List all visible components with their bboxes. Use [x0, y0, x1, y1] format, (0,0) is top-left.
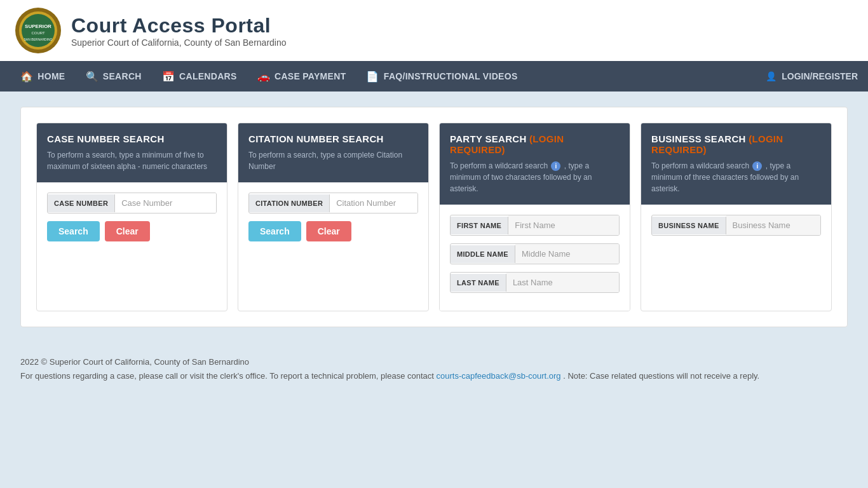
citation-search-button[interactable]: Search [248, 221, 301, 241]
svg-point-2 [22, 14, 55, 47]
nav-case-payment[interactable]: 🚗 CASE PAYMENT [247, 61, 356, 92]
header-text: Court Access Portal Superior Court of Ca… [71, 14, 287, 48]
nav-login[interactable]: 👤 LOGIN/REGISTER [766, 71, 858, 81]
page-header: SUPERIOR COURT SAN BERNARDINO Court Acce… [0, 0, 868, 61]
main-navbar: 🏠 HOME 🔍 SEARCH 📅 CALENDARS 🚗 CASE PAYME… [0, 61, 868, 92]
middle-name-input-group: MIDDLE NAME [450, 243, 620, 264]
middle-name-label: MIDDLE NAME [451, 245, 515, 263]
nav-search-label: SEARCH [103, 71, 142, 81]
citation-number-title: CITATION NUMBER SEARCH [248, 133, 418, 144]
business-search-title: BUSINESS SEARCH (LOGIN REQUIRED) [651, 133, 821, 155]
business-search-description: To perform a wildcard search i , type a … [651, 160, 821, 194]
nav-faq-label: FAQ/INSTRUCTIONAL VIDEOS [384, 71, 518, 81]
last-name-input[interactable] [506, 273, 620, 292]
nav-items-group: 🏠 HOME 🔍 SEARCH 📅 CALENDARS 🚗 CASE PAYME… [10, 61, 766, 92]
nav-home-label: HOME [37, 71, 65, 81]
nav-calendars[interactable]: 📅 CALENDARS [152, 61, 247, 92]
case-number-input[interactable] [115, 193, 217, 213]
citation-number-label: CITATION NUMBER [249, 194, 330, 212]
business-info-icon: i [752, 161, 762, 171]
svg-text:SAN BERNARDINO: SAN BERNARDINO [24, 37, 52, 41]
case-number-body: CASE NUMBER Search Clear [37, 182, 227, 252]
payment-icon: 🚗 [257, 71, 270, 83]
party-search-header: PARTY SEARCH (LOGIN REQUIRED) To perform… [440, 123, 630, 205]
citation-number-input[interactable] [330, 193, 418, 213]
page-footer: 2022 © Superior Court of California, Cou… [0, 342, 868, 396]
citation-number-header: CITATION NUMBER SEARCH To perform a sear… [238, 123, 428, 182]
home-icon: 🏠 [20, 71, 33, 83]
party-info-icon: i [551, 161, 560, 171]
citation-number-buttons: Search Clear [248, 221, 418, 241]
first-name-input-group: FIRST NAME [450, 215, 620, 236]
nav-calendars-label: CALENDARS [179, 71, 237, 81]
case-number-description: To perform a search, type a minimum of f… [47, 149, 217, 172]
footer-line1: 2022 © Superior Court of California, Cou… [20, 355, 848, 369]
nav-search[interactable]: 🔍 SEARCH [76, 61, 152, 92]
citation-clear-button[interactable]: Clear [306, 221, 351, 241]
case-number-search-button[interactable]: Search [47, 221, 100, 241]
party-search-title: PARTY SEARCH (LOGIN REQUIRED) [450, 133, 620, 155]
search-container: CASE NUMBER SEARCH To perform a search, … [20, 107, 848, 327]
faq-icon: 📄 [366, 71, 379, 83]
last-name-input-group: LAST NAME [450, 272, 620, 293]
footer-email-link[interactable]: courts-capfeedback@sb-court.org [437, 371, 561, 381]
case-number-buttons: Search Clear [47, 221, 217, 241]
case-number-header: CASE NUMBER SEARCH To perform a search, … [37, 123, 227, 182]
case-number-card: CASE NUMBER SEARCH To perform a search, … [36, 123, 227, 311]
nav-case-payment-label: CASE PAYMENT [275, 71, 346, 81]
login-label: LOGIN/REGISTER [782, 71, 858, 81]
citation-number-description: To perform a search, type a complete Cit… [248, 149, 418, 172]
business-search-card: BUSINESS SEARCH (LOGIN REQUIRED) To perf… [641, 123, 832, 311]
main-content: CASE NUMBER SEARCH To perform a search, … [0, 92, 868, 342]
site-title: Court Access Portal [71, 14, 287, 37]
svg-text:SUPERIOR: SUPERIOR [25, 24, 51, 29]
citation-number-body: CITATION NUMBER Search Clear [238, 182, 428, 252]
last-name-label: LAST NAME [451, 274, 506, 292]
business-search-body: BUSINESS NAME [641, 205, 831, 254]
case-number-clear-button[interactable]: Clear [105, 221, 150, 241]
svg-text:COURT: COURT [31, 31, 45, 35]
citation-number-card: CITATION NUMBER SEARCH To perform a sear… [238, 123, 429, 311]
calendar-icon: 📅 [162, 71, 175, 83]
middle-name-input[interactable] [515, 244, 620, 264]
business-name-input-group: BUSINESS NAME [651, 215, 821, 236]
court-logo: SUPERIOR COURT SAN BERNARDINO [15, 8, 61, 53]
business-name-input[interactable] [726, 215, 821, 235]
business-name-label: BUSINESS NAME [652, 217, 726, 234]
user-icon: 👤 [766, 71, 776, 81]
search-icon: 🔍 [86, 71, 98, 83]
business-search-header: BUSINESS SEARCH (LOGIN REQUIRED) To perf… [641, 123, 831, 205]
citation-number-input-group: CITATION NUMBER [248, 193, 418, 214]
nav-home[interactable]: 🏠 HOME [10, 61, 76, 92]
footer-line2: For questions regarding a case, please c… [20, 369, 848, 383]
case-number-title: CASE NUMBER SEARCH [47, 133, 217, 144]
case-number-input-group: CASE NUMBER [47, 193, 217, 214]
first-name-input[interactable] [508, 215, 620, 235]
site-subtitle: Superior Court of California, County of … [71, 37, 287, 48]
case-number-label: CASE NUMBER [48, 194, 115, 212]
party-search-description: To perform a wildcard search i , type a … [450, 160, 620, 194]
nav-faq[interactable]: 📄 FAQ/INSTRUCTIONAL VIDEOS [356, 61, 527, 92]
first-name-label: FIRST NAME [451, 217, 508, 234]
party-search-body: FIRST NAME MIDDLE NAME LAST NAME [440, 205, 630, 311]
party-search-card: PARTY SEARCH (LOGIN REQUIRED) To perform… [439, 123, 630, 311]
